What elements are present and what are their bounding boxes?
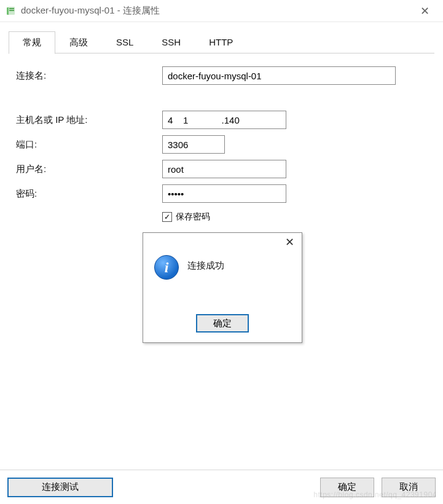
test-connection-button[interactable]: 连接测试 (7, 478, 113, 497)
window-title: docker-fuyou-mysql-01 - 连接属性 (21, 5, 412, 17)
titlebar: docker-fuyou-mysql-01 - 连接属性 ✕ (0, 0, 443, 22)
tab-ssh[interactable]: SSH (147, 31, 195, 54)
user-label: 用户名: (16, 163, 162, 175)
tab-bar: 常规 高级 SSL SSH HTTP (0, 22, 443, 54)
svg-rect-3 (9, 10, 14, 11)
tab-ssl[interactable]: SSL (102, 31, 147, 54)
tab-http[interactable]: HTTP (195, 31, 247, 54)
form: 连接名: 主机名或 IP 地址: 端口: 用户名: 密码: ✓ 保存密码 (0, 54, 443, 222)
dialog-message: 连接成功 (187, 255, 224, 272)
save-password-checkbox[interactable]: ✓ 保存密码 (162, 211, 210, 222)
cancel-label: 取消 (399, 481, 418, 493)
tab-ssl-label: SSL (116, 37, 133, 47)
cancel-button[interactable]: 取消 (382, 478, 436, 497)
port-label: 端口: (16, 139, 162, 151)
svg-rect-2 (9, 8, 14, 9)
conn-name-label: 连接名: (16, 70, 162, 82)
tab-advanced-label: 高级 (69, 37, 88, 47)
host-input[interactable] (162, 111, 286, 129)
info-icon: i (154, 255, 179, 280)
dialog-ok-button[interactable]: 确定 (196, 314, 249, 333)
host-label: 主机名或 IP 地址: (16, 114, 162, 126)
tab-general[interactable]: 常规 (9, 31, 55, 54)
ok-button[interactable]: 确定 (320, 478, 374, 497)
checkbox-icon: ✓ (162, 212, 172, 222)
conn-name-input[interactable] (162, 66, 396, 85)
port-input[interactable] (162, 135, 225, 154)
app-icon (5, 6, 16, 17)
ok-label: 确定 (338, 481, 356, 493)
user-input[interactable] (162, 160, 286, 178)
tab-ssh-label: SSH (162, 37, 181, 47)
tab-general-label: 常规 (23, 37, 41, 47)
dialog-ok-label: 确定 (213, 318, 232, 329)
test-connection-label: 连接测试 (42, 481, 79, 493)
password-input[interactable] (162, 184, 286, 203)
footer-bar: 连接测试 确定 取消 (0, 470, 443, 504)
dialog-close-icon[interactable]: ✕ (281, 235, 298, 249)
tab-advanced[interactable]: 高级 (55, 31, 102, 54)
tab-http-label: HTTP (209, 37, 233, 47)
save-password-label: 保存密码 (176, 211, 210, 222)
password-label: 密码: (16, 188, 162, 200)
close-icon[interactable]: ✕ (412, 4, 437, 18)
message-dialog: ✕ i 连接成功 确定 (143, 232, 302, 343)
